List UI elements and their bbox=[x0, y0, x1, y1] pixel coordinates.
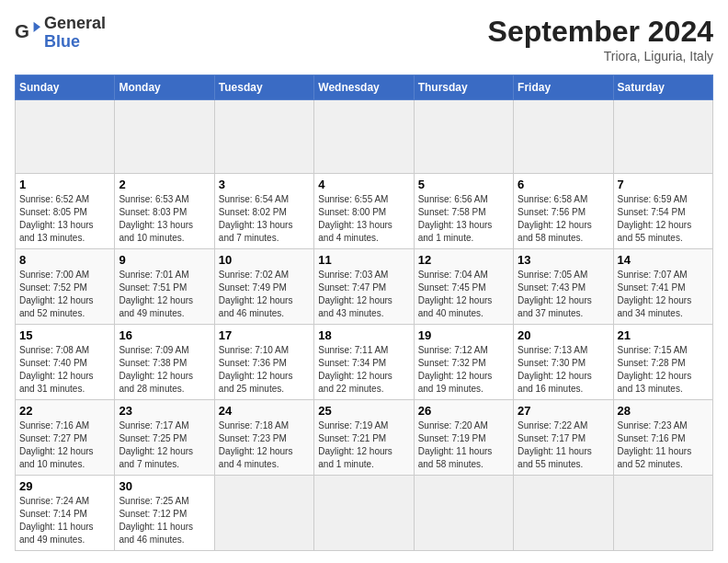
day-number: 20 bbox=[518, 328, 609, 342]
day-number: 14 bbox=[618, 253, 709, 267]
calendar-cell: 4Sunrise: 6:55 AMSunset: 8:00 PMDaylight… bbox=[314, 174, 414, 249]
day-detail: Sunrise: 7:20 AMSunset: 7:19 PMDaylight:… bbox=[418, 419, 509, 471]
calendar-cell: 3Sunrise: 6:54 AMSunset: 8:02 PMDaylight… bbox=[214, 174, 313, 249]
day-detail: Sunrise: 7:07 AMSunset: 7:41 PMDaylight:… bbox=[618, 269, 709, 320]
calendar-cell: 11Sunrise: 7:03 AMSunset: 7:47 PMDayligh… bbox=[314, 249, 414, 325]
day-detail: Sunrise: 7:08 AMSunset: 7:40 PMDaylight:… bbox=[19, 344, 110, 396]
calendar-cell: 8Sunrise: 7:00 AMSunset: 7:52 PMDaylight… bbox=[16, 249, 115, 325]
day-number: 7 bbox=[618, 178, 709, 191]
calendar-cell: 17Sunrise: 7:10 AMSunset: 7:36 PMDayligh… bbox=[214, 325, 313, 400]
calendar-cell bbox=[314, 476, 414, 551]
day-detail: Sunrise: 7:13 AMSunset: 7:30 PMDaylight:… bbox=[518, 344, 609, 396]
calendar-cell bbox=[414, 100, 513, 174]
day-detail: Sunrise: 7:17 AMSunset: 7:25 PMDaylight:… bbox=[119, 419, 210, 471]
col-header-friday: Friday bbox=[514, 75, 613, 100]
svg-marker-1 bbox=[34, 22, 40, 32]
calendar-cell bbox=[16, 100, 115, 174]
day-number: 3 bbox=[219, 178, 310, 191]
col-header-monday: Monday bbox=[115, 75, 214, 100]
day-number: 19 bbox=[418, 328, 509, 342]
day-detail: Sunrise: 7:19 AMSunset: 7:21 PMDaylight:… bbox=[318, 419, 409, 471]
calendar-cell: 15Sunrise: 7:08 AMSunset: 7:40 PMDayligh… bbox=[16, 325, 115, 400]
calendar-week-4: 22Sunrise: 7:16 AMSunset: 7:27 PMDayligh… bbox=[16, 400, 713, 476]
calendar-cell: 13Sunrise: 7:05 AMSunset: 7:43 PMDayligh… bbox=[514, 249, 613, 325]
day-detail: Sunrise: 7:05 AMSunset: 7:43 PMDaylight:… bbox=[518, 269, 609, 320]
day-number: 27 bbox=[518, 404, 609, 418]
col-header-wednesday: Wednesday bbox=[314, 75, 414, 100]
day-detail: Sunrise: 7:09 AMSunset: 7:38 PMDaylight:… bbox=[119, 344, 210, 396]
calendar-week-3: 15Sunrise: 7:08 AMSunset: 7:40 PMDayligh… bbox=[16, 325, 713, 400]
day-number: 17 bbox=[219, 328, 310, 342]
day-number: 21 bbox=[618, 328, 709, 342]
calendar-cell: 12Sunrise: 7:04 AMSunset: 7:45 PMDayligh… bbox=[414, 249, 513, 325]
day-number: 16 bbox=[119, 328, 210, 342]
day-number: 29 bbox=[19, 479, 110, 493]
logo-line2: Blue bbox=[44, 33, 106, 52]
logo-text: General Blue bbox=[44, 15, 106, 52]
calendar-cell bbox=[115, 100, 214, 174]
title-block: September 2024 Triora, Liguria, Italy bbox=[488, 15, 713, 63]
page-header: G General Blue September 2024 Triora, Li… bbox=[15, 15, 713, 63]
day-detail: Sunrise: 6:56 AMSunset: 7:58 PMDaylight:… bbox=[418, 193, 509, 245]
calendar-week-1: 1Sunrise: 6:52 AMSunset: 8:05 PMDaylight… bbox=[16, 174, 713, 249]
day-number: 11 bbox=[318, 253, 409, 267]
day-number: 22 bbox=[19, 404, 110, 418]
day-detail: Sunrise: 7:15 AMSunset: 7:28 PMDaylight:… bbox=[618, 344, 709, 396]
calendar-cell: 19Sunrise: 7:12 AMSunset: 7:32 PMDayligh… bbox=[414, 325, 513, 400]
calendar-cell: 1Sunrise: 6:52 AMSunset: 8:05 PMDaylight… bbox=[16, 174, 115, 249]
month-title: September 2024 bbox=[488, 15, 713, 49]
day-detail: Sunrise: 6:58 AMSunset: 7:56 PMDaylight:… bbox=[518, 193, 609, 245]
day-number: 8 bbox=[19, 253, 110, 267]
col-header-thursday: Thursday bbox=[414, 75, 513, 100]
calendar-cell: 7Sunrise: 6:59 AMSunset: 7:54 PMDaylight… bbox=[613, 174, 712, 249]
day-detail: Sunrise: 7:25 AMSunset: 7:12 PMDaylight:… bbox=[119, 495, 210, 546]
calendar-cell bbox=[514, 100, 613, 174]
day-detail: Sunrise: 7:00 AMSunset: 7:52 PMDaylight:… bbox=[19, 269, 110, 320]
day-detail: Sunrise: 6:59 AMSunset: 7:54 PMDaylight:… bbox=[618, 193, 709, 245]
calendar-week-0 bbox=[16, 100, 713, 174]
col-header-saturday: Saturday bbox=[613, 75, 712, 100]
day-number: 12 bbox=[418, 253, 509, 267]
day-detail: Sunrise: 6:55 AMSunset: 8:00 PMDaylight:… bbox=[318, 193, 409, 245]
calendar-cell: 30Sunrise: 7:25 AMSunset: 7:12 PMDayligh… bbox=[115, 476, 214, 551]
calendar-cell bbox=[514, 476, 613, 551]
day-detail: Sunrise: 7:10 AMSunset: 7:36 PMDaylight:… bbox=[219, 344, 310, 396]
logo-icon: G bbox=[15, 18, 40, 44]
day-detail: Sunrise: 7:12 AMSunset: 7:32 PMDaylight:… bbox=[418, 344, 509, 396]
calendar-cell bbox=[314, 100, 414, 174]
col-header-sunday: Sunday bbox=[16, 75, 115, 100]
day-detail: Sunrise: 6:54 AMSunset: 8:02 PMDaylight:… bbox=[219, 193, 310, 245]
day-number: 18 bbox=[318, 328, 409, 342]
day-detail: Sunrise: 7:16 AMSunset: 7:27 PMDaylight:… bbox=[19, 419, 110, 471]
calendar-cell: 2Sunrise: 6:53 AMSunset: 8:03 PMDaylight… bbox=[115, 174, 214, 249]
calendar-week-2: 8Sunrise: 7:00 AMSunset: 7:52 PMDaylight… bbox=[16, 249, 713, 325]
day-number: 23 bbox=[119, 404, 210, 418]
day-number: 4 bbox=[318, 178, 409, 191]
calendar-cell: 10Sunrise: 7:02 AMSunset: 7:49 PMDayligh… bbox=[214, 249, 313, 325]
calendar-cell: 18Sunrise: 7:11 AMSunset: 7:34 PMDayligh… bbox=[314, 325, 414, 400]
calendar-cell: 6Sunrise: 6:58 AMSunset: 7:56 PMDaylight… bbox=[514, 174, 613, 249]
calendar-cell bbox=[613, 476, 712, 551]
calendar-cell: 16Sunrise: 7:09 AMSunset: 7:38 PMDayligh… bbox=[115, 325, 214, 400]
day-detail: Sunrise: 7:04 AMSunset: 7:45 PMDaylight:… bbox=[418, 269, 509, 320]
day-detail: Sunrise: 7:24 AMSunset: 7:14 PMDaylight:… bbox=[19, 495, 110, 546]
calendar-cell: 21Sunrise: 7:15 AMSunset: 7:28 PMDayligh… bbox=[613, 325, 712, 400]
col-header-tuesday: Tuesday bbox=[214, 75, 313, 100]
calendar-cell: 9Sunrise: 7:01 AMSunset: 7:51 PMDaylight… bbox=[115, 249, 214, 325]
day-detail: Sunrise: 7:03 AMSunset: 7:47 PMDaylight:… bbox=[318, 269, 409, 320]
day-number: 15 bbox=[19, 328, 110, 342]
day-number: 6 bbox=[518, 178, 609, 191]
calendar-week-5: 29Sunrise: 7:24 AMSunset: 7:14 PMDayligh… bbox=[16, 476, 713, 551]
day-detail: Sunrise: 7:11 AMSunset: 7:34 PMDaylight:… bbox=[318, 344, 409, 396]
logo: G General Blue bbox=[15, 15, 106, 52]
calendar-cell: 28Sunrise: 7:23 AMSunset: 7:16 PMDayligh… bbox=[613, 400, 712, 476]
calendar-cell bbox=[214, 476, 313, 551]
day-detail: Sunrise: 6:53 AMSunset: 8:03 PMDaylight:… bbox=[119, 193, 210, 245]
calendar-cell: 23Sunrise: 7:17 AMSunset: 7:25 PMDayligh… bbox=[115, 400, 214, 476]
day-number: 24 bbox=[219, 404, 310, 418]
svg-text:G: G bbox=[15, 19, 29, 40]
day-detail: Sunrise: 7:01 AMSunset: 7:51 PMDaylight:… bbox=[119, 269, 210, 320]
day-detail: Sunrise: 7:22 AMSunset: 7:17 PMDaylight:… bbox=[518, 419, 609, 471]
day-number: 5 bbox=[418, 178, 509, 191]
calendar-cell bbox=[613, 100, 712, 174]
